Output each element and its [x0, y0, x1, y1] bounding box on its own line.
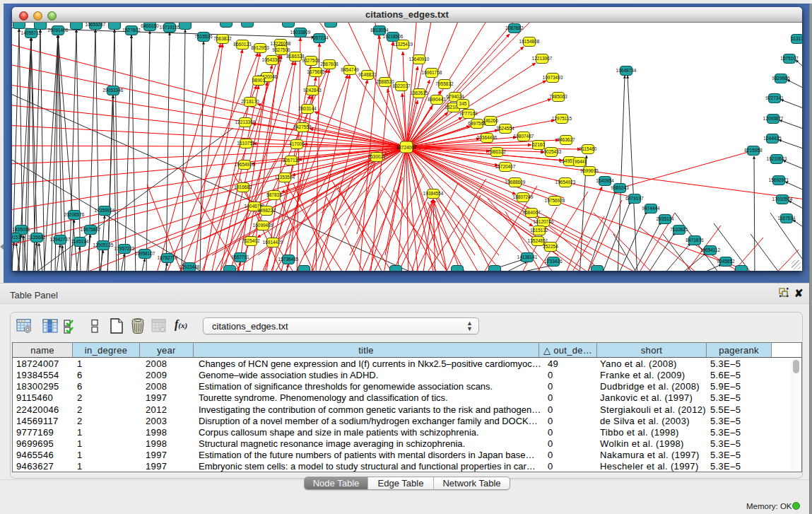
svg-text:12975115: 12975115 — [552, 116, 572, 121]
svg-text:8454749: 8454749 — [341, 67, 359, 72]
svg-text:1733426: 1733426 — [544, 259, 563, 264]
svg-text:2803144: 2803144 — [298, 106, 317, 111]
svg-text:8660123: 8660123 — [233, 42, 252, 47]
svg-text:3267110: 3267110 — [283, 158, 300, 163]
svg-text:9463627: 9463627 — [557, 137, 575, 142]
svg-text:1244415: 1244415 — [763, 136, 782, 141]
svg-text:9498222: 9498222 — [257, 208, 276, 213]
svg-text:7986322: 7986322 — [488, 149, 506, 154]
svg-text:9327506: 9327506 — [272, 47, 290, 52]
svg-text:7625402: 7625402 — [242, 238, 260, 243]
svg-text:16099489: 16099489 — [253, 223, 273, 228]
svg-text:17359924: 17359924 — [95, 208, 115, 213]
svg-text:2718170: 2718170 — [241, 99, 259, 104]
svg-text:20364436: 20364436 — [477, 135, 498, 140]
svg-text:14055712: 14055712 — [21, 30, 42, 35]
svg-text:2588520: 2588520 — [376, 79, 394, 84]
svg-text:3624554: 3624554 — [496, 126, 514, 131]
svg-text:8912953: 8912953 — [251, 45, 269, 50]
svg-text:6466160: 6466160 — [141, 23, 159, 28]
svg-text:62160: 62160 — [532, 142, 545, 147]
svg-text:9115460: 9115460 — [579, 146, 597, 151]
svg-text:15692971: 15692971 — [769, 177, 789, 182]
svg-text:10958107: 10958107 — [135, 251, 155, 256]
svg-text:7485063: 7485063 — [549, 94, 567, 99]
svg-text:9644: 9644 — [575, 159, 585, 164]
svg-text:19654923: 19654923 — [555, 180, 576, 185]
svg-text:1167534: 1167534 — [778, 216, 796, 221]
svg-text:16961758: 16961758 — [422, 70, 442, 75]
svg-text:1362615: 1362615 — [410, 90, 428, 95]
svg-text:8813054: 8813054 — [370, 28, 389, 33]
svg-text:2935114: 2935114 — [657, 216, 674, 221]
svg-text:18807249: 18807249 — [513, 194, 534, 199]
svg-text:8471676: 8471676 — [686, 238, 704, 243]
svg-text:10025433: 10025433 — [541, 149, 562, 154]
svg-text:39153: 39153 — [12, 235, 20, 240]
svg-text:9777169: 9777169 — [459, 111, 478, 116]
svg-text:20206576: 20206576 — [64, 212, 85, 217]
svg-text:2087682: 2087682 — [505, 25, 524, 30]
svg-text:9329966: 9329966 — [772, 76, 790, 81]
svg-text:16782759: 16782759 — [158, 255, 178, 260]
svg-text:13226058: 13226058 — [271, 41, 291, 46]
svg-text:15720407: 15720407 — [495, 164, 516, 169]
svg-text:19756928: 19756928 — [545, 198, 565, 203]
svg-text:9227341: 9227341 — [765, 95, 784, 100]
svg-text:10975887: 10975887 — [81, 227, 101, 232]
svg-text:1527602: 1527602 — [122, 28, 141, 33]
svg-text:7515526: 7515526 — [194, 34, 213, 39]
svg-text:10648784: 10648784 — [616, 68, 637, 73]
svg-text:14136141: 14136141 — [517, 255, 538, 259]
svg-text:9146821: 9146821 — [358, 72, 377, 77]
svg-text:10807487: 10807487 — [514, 134, 534, 139]
svg-text:11317: 11317 — [791, 36, 802, 41]
svg-text:1610755: 1610755 — [237, 141, 255, 146]
svg-text:6794024: 6794024 — [446, 94, 464, 99]
svg-text:10719155: 10719155 — [160, 25, 180, 30]
svg-text:19218506: 19218506 — [383, 34, 404, 39]
svg-text:17957223: 17957223 — [114, 246, 135, 251]
svg-text:11325419: 11325419 — [393, 42, 413, 47]
svg-text:20053346: 20053346 — [103, 88, 124, 93]
svg-text:7357224: 7357224 — [310, 35, 329, 40]
svg-text:16210643: 16210643 — [767, 156, 787, 161]
svg-text:16120746: 16120746 — [534, 219, 554, 224]
svg-text:10653287: 10653287 — [86, 23, 106, 27]
svg-text:7632621: 7632621 — [670, 227, 688, 232]
svg-text:12505135: 12505135 — [93, 243, 114, 247]
svg-text:19384554: 19384554 — [423, 191, 444, 196]
svg-text:9474444: 9474444 — [642, 206, 660, 211]
svg-text:16914429: 16914429 — [263, 240, 283, 245]
svg-text:15736485: 15736485 — [278, 257, 299, 262]
svg-text:20091406: 20091406 — [48, 28, 69, 33]
svg-text:9684067: 9684067 — [522, 210, 541, 215]
svg-text:98901: 98901 — [252, 78, 265, 83]
svg-text:11353594: 11353594 — [275, 175, 295, 180]
svg-text:10654112: 10654112 — [700, 247, 721, 252]
svg-text:16154808: 16154808 — [519, 39, 540, 44]
svg-text:12093877: 12093877 — [763, 116, 784, 121]
svg-text:2867608: 2867608 — [320, 62, 339, 66]
svg-text:9699695: 9699695 — [580, 168, 599, 173]
svg-text:18724007: 18724007 — [396, 145, 417, 150]
svg-text:10543362: 10543362 — [262, 57, 283, 62]
svg-text:587833: 587833 — [266, 192, 282, 197]
svg-text:7955812: 7955812 — [435, 81, 454, 86]
svg-text:8215958: 8215958 — [744, 148, 763, 153]
svg-text:1435061: 1435061 — [12, 227, 30, 232]
svg-text:12923448: 12923448 — [180, 264, 200, 269]
svg-text:10973493: 10973493 — [543, 75, 563, 80]
svg-text:3675685: 3675685 — [307, 69, 325, 74]
svg-text:1145194: 1145194 — [71, 239, 89, 244]
svg-text:9245652: 9245652 — [717, 259, 735, 264]
svg-text:417006: 417006 — [289, 141, 305, 146]
svg-text:6479197: 6479197 — [625, 196, 644, 201]
svg-text:12213369: 12213369 — [235, 119, 256, 124]
svg-text:1916682: 1916682 — [234, 185, 252, 189]
svg-text:16033809: 16033809 — [290, 30, 311, 35]
svg-text:1640954: 1640954 — [596, 178, 614, 183]
svg-text:1135682: 1135682 — [28, 235, 46, 240]
svg-text:9657791: 9657791 — [231, 255, 249, 259]
svg-text:2530021: 2530021 — [367, 154, 386, 159]
